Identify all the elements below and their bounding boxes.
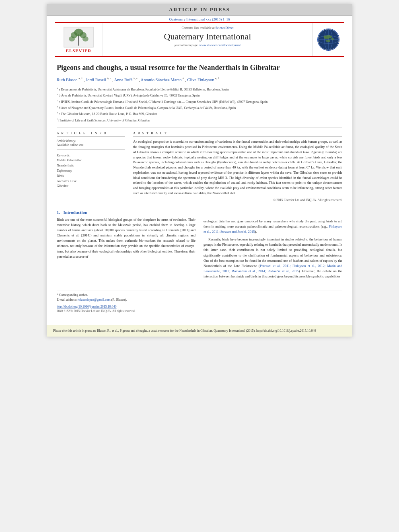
keyword-gorhams-cave: Gorham's Cave — [57, 179, 125, 184]
sciencedirect-link[interactable]: ScienceDirect — [216, 26, 234, 30]
author-affil-a: a, * — [78, 77, 82, 80]
author-clive-finlayson[interactable]: Clive Finlayson — [187, 78, 214, 82]
journal-homepage-link[interactable]: www.elsevier.com/locate/quaint — [200, 43, 241, 47]
banner-text: ARTICLE IN PRESS — [169, 6, 230, 12]
copyright-line: © 2015 Elsevier Ltd and INQUA. All right… — [133, 198, 342, 202]
article-info-col: A R T I C L E I N F O Article history: A… — [57, 131, 125, 201]
page: ARTICLE IN PRESS Quaternary Internationa… — [47, 4, 352, 337]
introduction-right-col: ecological data has not gone unnoticed b… — [204, 210, 342, 282]
ref-peresani-2011[interactable]: Peresani et al., 2011; Finlayson et al.,… — [204, 264, 342, 273]
author-affil-bc2: b, c — [134, 77, 138, 80]
article-in-press-banner: ARTICLE IN PRESS — [47, 4, 352, 16]
footnote-area: * Corresponding author. E-mail address: … — [57, 290, 342, 313]
affil-d: d d Area of Neogene and Quaternary Fauna… — [57, 105, 342, 111]
elsevier-tree-icon — [64, 26, 94, 48]
svg-point-6 — [82, 36, 88, 41]
affiliations: a a Departament de Prehistòria, Universi… — [57, 86, 342, 123]
history-label: Article history: — [57, 139, 125, 143]
email-link[interactable]: rblascolopez@gmail.com — [78, 298, 111, 302]
homepage-label: journal homepage: — [175, 43, 199, 47]
author-affil-bc: b, c — [107, 77, 111, 80]
keywords-label: Keywords: — [57, 154, 125, 157]
email-note: E-mail address: rblascolopez@gmail.com (… — [57, 298, 342, 302]
doi-link[interactable]: http://dx.doi.org/10.1016/j.quaint.2015.… — [57, 305, 117, 308]
header-logo-left: ELSEVIER — [55, 23, 103, 56]
info-divider — [57, 149, 125, 150]
elsevier-label: ELSEVIER — [66, 48, 92, 53]
header-logo-right — [312, 23, 344, 56]
corresponding-author-note: * Corresponding author. — [57, 293, 342, 298]
article-title: Pigeons and choughs, a usual resource fo… — [57, 63, 342, 72]
introduction-two-col: 1. Introduction Birds are one of the mos… — [57, 210, 342, 282]
journal-header: ELSEVIER Contents lists available at Sci… — [55, 22, 344, 57]
abstract-col: A B S T R A C T An ecological perspectiv… — [133, 131, 342, 201]
svg-point-5 — [69, 36, 75, 41]
keyword-gibraltar: Gibraltar — [57, 184, 125, 189]
affil-e: e e The Gibraltar Museum, 18-20 Bomb Hou… — [57, 111, 342, 117]
keyword-neanderthals: Neanderthals — [57, 163, 125, 168]
journal-globe-icon — [317, 29, 339, 51]
introduction-header: 1. Introduction — [57, 210, 195, 215]
introduction-right-text: ecological data has not gone unnoticed b… — [204, 219, 342, 279]
introduction-left-col: 1. Introduction Birds are one of the mos… — [57, 210, 195, 282]
journal-homepage-line: journal homepage: www.elsevier.com/locat… — [107, 43, 308, 47]
main-content: Pigeons and choughs, a usual resource fo… — [47, 57, 352, 319]
affil-a: a a Departament de Prehistòria, Universi… — [57, 86, 342, 92]
journal-title: Quaternary International — [107, 31, 308, 42]
affil-f: f f Institute of Life and Earth Sciences… — [57, 117, 342, 123]
author-antonio-sanchez[interactable]: Antonio Sánchez Marco — [141, 78, 182, 82]
keyword-middle-palaeolithic: Middle Palaeolithic — [57, 158, 125, 163]
authors-line: Ruth Blasco a, * , Jordi Rosell b, c , A… — [57, 76, 342, 83]
author-anna-rufa[interactable]: Anna Rufà — [114, 78, 133, 82]
abstract-header: A B S T R A C T — [133, 131, 342, 137]
ref-finlayson-2011[interactable]: Finlayson et al., 2011; Stewart and Jaco… — [204, 224, 342, 234]
article-info-abstract: A R T I C L E I N F O Article history: A… — [57, 131, 342, 201]
author-affil-d: d — [183, 77, 184, 80]
citation-bar: Please cite this article in press as: Bl… — [47, 325, 352, 337]
keyword-taphonomy: Taphonomy — [57, 168, 125, 174]
contents-label: Contents lists available at — [182, 26, 215, 30]
article-info-header: A R T I C L E I N F O — [57, 131, 125, 137]
header-divider — [57, 127, 342, 127]
issn-line: 1040-6182/© 2015 Elsevier Ltd and INQUA.… — [57, 309, 342, 313]
introduction-section: 1. Introduction Birds are one of the mos… — [57, 210, 342, 282]
sciencedirect-line: Contents lists available at ScienceDirec… — [107, 26, 308, 30]
author-ruth-blasco[interactable]: Ruth Blasco — [57, 78, 78, 82]
journal-ref-line: Quaternary International xxx (2015) 1–16 — [47, 16, 352, 22]
affil-b: b b Àrea de Prehistoria, Universitat Rov… — [57, 92, 342, 98]
abstract-text: An ecological perspective is essential t… — [133, 139, 342, 195]
affil-c: c c IPHES, Institut Catalá de Paleoecolo… — [57, 99, 342, 105]
introduction-left-text: Birds are one of the most successful bio… — [57, 217, 195, 259]
history-value: Available online xxx — [57, 143, 125, 147]
author-jordi-rosell[interactable]: Jordi Rosell — [86, 78, 106, 82]
journal-ref-text: Quaternary International xxx (2015) 1–16 — [169, 17, 230, 21]
citation-bar-text: Please cite this article in press as: Bl… — [53, 329, 316, 333]
elsevier-logo-area: ELSEVIER — [64, 26, 94, 53]
author-affil-ef: e, f — [215, 77, 219, 80]
keyword-birds: Birds — [57, 174, 125, 179]
header-center: Contents lists available at ScienceDirec… — [103, 23, 312, 56]
